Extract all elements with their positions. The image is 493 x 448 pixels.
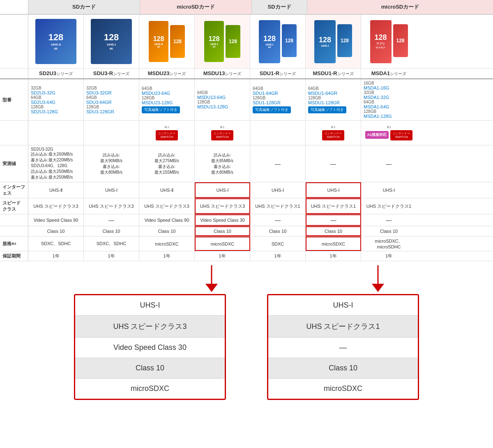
series-label-msda1: MSDA1シリーズ xyxy=(371,70,407,77)
model-link-sdu1r-128[interactable]: SDU1-128GR xyxy=(253,100,281,105)
model-link-sd2u3-32[interactable]: SD2U3-32G xyxy=(31,90,55,95)
header-micro1: microSDカード xyxy=(140,0,252,14)
switch-badges-row: ※1 ニンテンドー SWITCH ※1 ニンテンドー SWITCH ※1 ニンテ… xyxy=(0,121,493,145)
video-sdu3r: — xyxy=(84,214,139,226)
measured-msdu23: 読み込み:最大275MB/s書き込み:最大155MB/s xyxy=(139,145,195,182)
warranty-row: 保証期間 1年 1年 1年 1年 1年 1年 1年 xyxy=(0,251,493,261)
arrow-left xyxy=(201,265,222,294)
switch-sdu1r xyxy=(250,121,306,145)
series-label-msdu1r: MSDU1-Rシリーズ xyxy=(313,70,353,77)
row-label-switch xyxy=(0,121,28,145)
model-link-sd2u3-128[interactable]: SD2U3-128G xyxy=(31,109,58,114)
row-label-interface: インターフェス xyxy=(0,182,28,198)
measured-msdu13: 読み込み:最大85MB/s書き込み:最大80MB/s xyxy=(195,145,250,182)
row-label-speed: スピード クラス xyxy=(0,198,28,214)
card-msdu23: 128 UHS-II 4K xyxy=(149,21,168,62)
popup-left-uhs: UHS スピードクラス3 xyxy=(75,316,225,338)
header-sd2: SDカード xyxy=(252,0,307,14)
model-link-msda1-64[interactable]: MSDA1-64G xyxy=(364,104,389,109)
standard-msdu23: microSDXC xyxy=(139,237,195,251)
popup-right-uhs: UHS スピードクラス1 xyxy=(268,316,418,338)
popup-left-standard: microSDXC xyxy=(75,379,225,399)
model-link-msda1-16[interactable]: MSDA1-16G xyxy=(364,85,389,90)
switch-msdu23: ※1 ニンテンドー SWITCH xyxy=(139,121,195,145)
video-msdu23: Video Speed Class 90 xyxy=(139,214,195,226)
popup-left-video: Video Speed Class 30 xyxy=(75,338,225,358)
card-sdu1r: 128 UHS-I 4K xyxy=(259,20,280,63)
svg-marker-3 xyxy=(372,284,384,292)
series-msdu1r: MSDU1-Rシリーズ xyxy=(306,69,361,78)
model-size-msda1-128: 128GB xyxy=(364,109,376,114)
model-size-msda1-64: 64GB xyxy=(364,100,374,104)
popup-right-class: Class 10 xyxy=(268,358,418,379)
model-link-sdu3r-32[interactable]: SDU3-32GR xyxy=(86,90,112,95)
class10-sd2u3: Class 10 xyxy=(28,226,84,236)
standard-msdu1r: microSDXC xyxy=(306,237,361,251)
video-msdu1r: — xyxy=(306,214,361,226)
series-msdu13: MSDU13シリーズ xyxy=(195,69,250,78)
card-msdu13-micro: 128 xyxy=(226,25,240,58)
models-sdu1r: 64GB SDU1-64GR 128GB SDU1-128GR 写真編集ソフト付… xyxy=(250,79,306,120)
model-size-sdu1r-128: 128GB xyxy=(253,96,265,100)
series-label-msdu23: MSDU23シリーズ xyxy=(148,70,186,77)
standard-sdu3r: SDXC、SDHC xyxy=(84,237,139,251)
photo-badge-msdu1r: 写真編集ソフト付き xyxy=(308,106,346,113)
uhs-msdu13: UHS スピードクラス3 xyxy=(195,198,250,214)
model-size-msdu1r-128: 128GB xyxy=(308,96,321,100)
popup-left-class: Class 10 xyxy=(75,358,225,379)
series-sdu3r: SDU3-Rシリーズ xyxy=(84,69,139,78)
interface-msda1: UHS-I xyxy=(361,182,417,198)
model-link-sdu1r-64[interactable]: SDU1-64GR xyxy=(253,91,278,96)
model-link-sdu3r-128[interactable]: SDU3-128GR xyxy=(86,109,114,114)
model-link-sd2u3-64[interactable]: SD2U3-64G xyxy=(31,100,55,105)
warranty-sd2u3: 1年 xyxy=(28,251,84,261)
model-link-msdu1r-64[interactable]: MSDU1-64GR xyxy=(308,91,337,96)
popup-left: UHS-I UHS スピードクラス3 Video Speed Class 30 … xyxy=(74,294,226,400)
class10-msdu23: Class 10 xyxy=(139,226,195,236)
switch-sd2u3 xyxy=(28,121,84,145)
models-msdu13: 64GB MSDU13-64G 128GB MSDU13-128G xyxy=(195,79,250,120)
model-link-sdu3r-64[interactable]: SDU3-64GR xyxy=(86,100,112,105)
series-sd2u3: SD2U3シリーズ xyxy=(28,69,84,78)
model-link-msda1-32[interactable]: MSDA1-32G xyxy=(364,95,389,100)
model-link-msdu23-128[interactable]: MSDU23-128G xyxy=(142,100,173,105)
model-link-msdu13-128[interactable]: MSDU13-128G xyxy=(197,104,228,109)
model-size-msdu13-64: 64GB xyxy=(197,90,208,95)
card-msda1-micro: 128 xyxy=(393,24,408,57)
interface-sd2u3: UHS-Ⅱ xyxy=(28,182,84,198)
model-link-msda1-128[interactable]: MSDA1-128G xyxy=(364,114,392,119)
models-msdu1r: 64GB MSDU1-64GR 128GB MSDU1-128GR 写真編集ソフ… xyxy=(306,79,361,120)
dash-msdu1r: — xyxy=(330,161,336,167)
standard-msdu13: microSDXC xyxy=(195,237,250,251)
model-size-msdu23-64: 64GB xyxy=(142,86,152,91)
product-img-msda1: 128 アプリ サクサク 128 xyxy=(361,15,417,68)
switch-msda1: ※1 A1規格対応 ニンテンドー SWITCH xyxy=(361,121,417,145)
product-img-msdu1r: 128 UHS-I 128 xyxy=(306,15,361,68)
warranty-msdu1r: 1年 xyxy=(306,251,361,261)
popup-section: UHS-I UHS スピードクラス3 Video Speed Class 30 … xyxy=(0,294,493,400)
model-link-msdu23-64[interactable]: MSDU23-64G xyxy=(142,91,170,96)
warranty-msdu23: 1年 xyxy=(139,251,195,261)
model-size-sdu3r-64: 64GB xyxy=(86,95,97,100)
measured-sd2u3: SD2U3-32G読み込み:最大260MB/s書き込み:最大220MB/sSD2… xyxy=(28,145,84,182)
uhs-sdu3r: UHS スピードクラス3 xyxy=(84,198,139,214)
series-label-msdu13: MSDU13シリーズ xyxy=(203,70,242,77)
row-label-video-speed xyxy=(0,214,28,226)
model-size-sdu3r-32: 32GB xyxy=(86,86,97,90)
model-size-sdu1r-64: 64GB xyxy=(253,86,263,91)
interface-sdu1r: UHS-I xyxy=(250,182,306,198)
class10-sdu1r: Class 10 xyxy=(250,226,306,236)
model-link-msdu1r-128[interactable]: MSDU1-128GR xyxy=(308,100,340,105)
model-link-msdu13-64[interactable]: MSDU13-64G xyxy=(197,95,226,100)
row-label-warranty: 保証期間 xyxy=(0,251,28,261)
switch-badge-msdu23: ニンテンドー SWITCH xyxy=(156,130,178,140)
switch-sdu3r xyxy=(84,121,139,145)
interface-msdu1r: UHS-I xyxy=(306,182,361,198)
row-label-standard: 規格※2 xyxy=(0,237,28,251)
a1-badge-msda1: A1規格対応 xyxy=(365,131,389,139)
series-msda1: MSDA1シリーズ xyxy=(361,69,417,78)
model-size-sdu3r-128: 128GB xyxy=(86,105,99,109)
switch-msdu1r: ※1 ニンテンドー SWITCH xyxy=(306,121,361,145)
models-sd2u3: 32GB SD2U3-32G 64GB SD2U3-64G 128GB SD2U… xyxy=(28,79,84,120)
standard-msda1: microSDXC、microSDHC xyxy=(361,237,417,251)
